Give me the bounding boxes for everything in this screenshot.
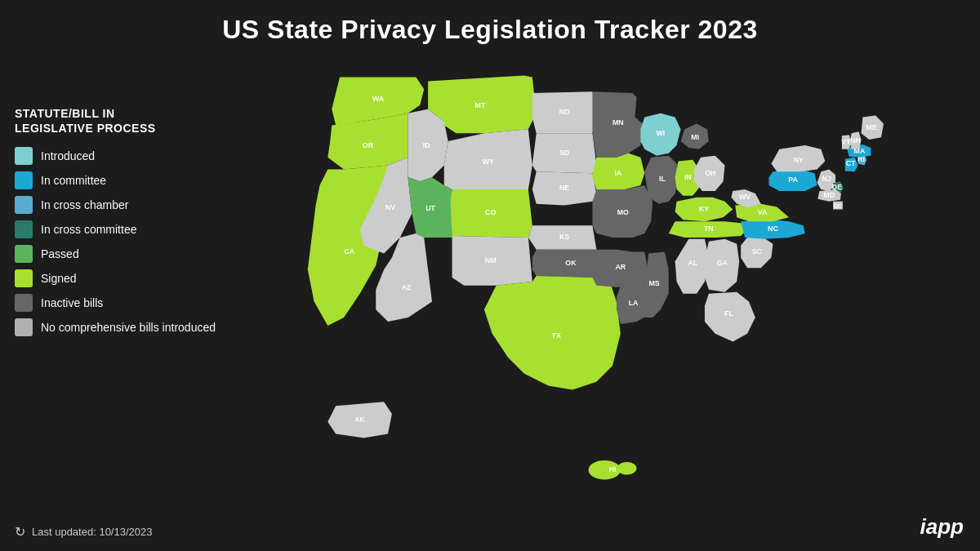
state-co[interactable]: CO [451, 189, 532, 238]
state-ar[interactable]: AR [592, 250, 648, 287]
state-dc[interactable]: DC [833, 202, 843, 210]
legend-item-cross-chamber: In cross chamber [15, 196, 276, 214]
cross-committee-swatch [15, 220, 33, 238]
state-pa[interactable]: PA [769, 169, 817, 191]
state-sc[interactable]: SC [741, 236, 773, 268]
signed-swatch [15, 269, 33, 287]
cross-chamber-label: In cross chamber [41, 198, 128, 211]
legend-item-inactive: Inactive bills [15, 294, 276, 312]
cross-chamber-swatch [15, 196, 33, 214]
map-container: WA OR CA ID MT [245, 53, 980, 502]
no-bill-label: No comprehensive bills introduced [41, 321, 216, 334]
state-mi[interactable]: MI [680, 123, 708, 149]
state-il[interactable]: IL [644, 156, 678, 204]
svg-rect-42 [833, 202, 843, 210]
state-id[interactable]: ID [408, 109, 448, 181]
state-ks[interactable]: KS [528, 225, 596, 249]
legend-item-introduced: Introduced [15, 147, 276, 165]
state-ky[interactable]: KY [675, 198, 733, 221]
state-sd[interactable]: SD [532, 133, 597, 173]
in-committee-label: In committee [41, 174, 106, 187]
state-mo[interactable]: MO [592, 185, 653, 238]
last-updated-label: Last updated: 10/13/2023 [32, 526, 152, 538]
refresh-icon: ↻ [15, 524, 25, 540]
state-nj[interactable]: NJ [817, 169, 835, 191]
iapp-logo: iapp [920, 514, 964, 540]
inactive-swatch [15, 294, 33, 312]
state-ga[interactable]: GA [705, 239, 739, 292]
state-nd[interactable]: ND [532, 91, 597, 133]
no-bill-swatch [15, 318, 33, 336]
state-nh[interactable]: NH [850, 131, 862, 149]
state-ak[interactable]: AK [327, 402, 392, 438]
state-ny[interactable]: NY [771, 145, 825, 171]
state-va[interactable]: VA [735, 204, 789, 222]
in-committee-swatch [15, 171, 33, 189]
map-svg: WA OR CA ID MT [245, 53, 980, 502]
state-oh[interactable]: OH [694, 156, 724, 191]
inactive-label: Inactive bills [41, 296, 103, 309]
state-nc[interactable]: NC [741, 220, 805, 239]
legend-item-signed: Signed [15, 269, 276, 287]
state-wi[interactable]: WI [640, 113, 680, 156]
state-mt[interactable]: MT [428, 76, 537, 134]
state-ct[interactable]: CT [845, 158, 858, 172]
svg-point-52 [617, 462, 637, 475]
cross-committee-label: In cross committee [41, 223, 136, 236]
state-mn[interactable]: MN [592, 91, 644, 158]
svg-point-51 [589, 460, 621, 480]
state-al[interactable]: AL [675, 239, 709, 294]
signed-label: Signed [41, 272, 77, 285]
state-md[interactable]: MD [817, 189, 840, 202]
main-container: US State Privacy Legislation Tracker 202… [0, 0, 980, 551]
state-me[interactable]: ME [861, 116, 884, 140]
state-nm[interactable]: NM [452, 236, 532, 286]
state-wv[interactable]: WV [731, 189, 760, 208]
state-tx[interactable]: TX [484, 276, 621, 389]
legend-item-cross-committee: In cross committee [15, 220, 276, 238]
introduced-swatch [15, 147, 33, 165]
page-title: US State Privacy Legislation Tracker 202… [0, 0, 980, 53]
legend-item-no-bill: No comprehensive bills introduced [15, 318, 276, 336]
state-wy[interactable]: WY [444, 129, 532, 189]
state-ia[interactable]: IA [592, 153, 644, 189]
legend-item-passed: Passed [15, 245, 276, 263]
legend-item-in-committee: In committee [15, 171, 276, 189]
introduced-label: Introduced [41, 149, 95, 162]
state-ut[interactable]: UT [408, 177, 452, 238]
passed-swatch [15, 245, 33, 263]
state-tn[interactable]: TN [669, 221, 749, 238]
footer: ↻ Last updated: 10/13/2023 [15, 524, 152, 540]
legend: STATUTE/BILL INLEGISLATIVE PROCESS Intro… [15, 106, 276, 343]
state-hi[interactable]: HI [589, 460, 637, 480]
state-ne[interactable]: NE [532, 171, 597, 205]
passed-label: Passed [41, 247, 79, 260]
state-fl[interactable]: FL [705, 292, 755, 342]
legend-title: STATUTE/BILL INLEGISLATIVE PROCESS [15, 106, 276, 136]
